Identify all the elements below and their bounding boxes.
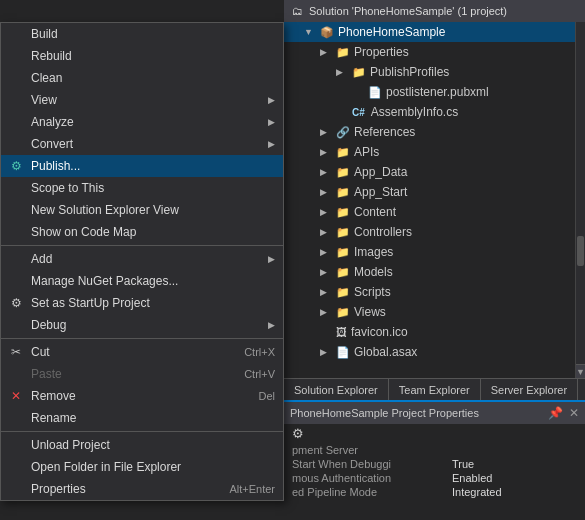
menu-item-set-startup[interactable]: ⚙ Set as StartUp Project (1, 292, 283, 314)
remove-shortcut: Del (258, 390, 275, 402)
expand-arrow: ▼ (304, 27, 316, 37)
expand-arrow: ▶ (320, 267, 332, 277)
scrollbar[interactable]: ▼ (575, 22, 585, 378)
tree-item-postlistener[interactable]: 📄 postlistener.pubxml (284, 82, 585, 102)
tree-item-controllers[interactable]: ▶ 📁 Controllers (284, 222, 585, 242)
menu-item-label: Scope to This (31, 181, 104, 195)
menu-item-analyze[interactable]: Analyze ▶ (1, 111, 283, 133)
menu-item-show-code-map[interactable]: Show on Code Map (1, 221, 283, 243)
menu-item-new-sol-explorer[interactable]: New Solution Explorer View (1, 199, 283, 221)
expand-arrow: ▶ (320, 247, 332, 257)
tree-item-scripts[interactable]: ▶ 📁 Scripts (284, 282, 585, 302)
expand-arrow (352, 87, 364, 97)
menu-item-scope[interactable]: Scope to This (1, 177, 283, 199)
startup-icon: ⚙ (7, 296, 25, 310)
tree-item-references[interactable]: ▶ 🔗 References (284, 122, 585, 142)
context-menu: Build Rebuild Clean View ▶ Analyze ▶ Con… (0, 22, 284, 501)
props-toolbar: ⚙ (284, 424, 585, 443)
props-value: True (452, 458, 474, 470)
folder-icon: 📁 (336, 306, 350, 319)
tree-label: PhoneHomeSample (338, 25, 445, 39)
menu-item-open-folder[interactable]: Open Folder in File Explorer (1, 456, 283, 478)
menu-item-convert[interactable]: Convert ▶ (1, 133, 283, 155)
separator-2 (1, 338, 283, 339)
menu-item-label: Add (31, 252, 52, 266)
menu-item-label: Open Folder in File Explorer (31, 460, 181, 474)
tree-label: Content (354, 205, 396, 219)
tree-item-content[interactable]: ▶ 📁 Content (284, 202, 585, 222)
props-value: Integrated (452, 486, 502, 498)
expand-arrow: ▶ (320, 147, 332, 157)
folder-icon: 📁 (336, 46, 350, 59)
expand-arrow: ▶ (320, 227, 332, 237)
menu-item-label: Analyze (31, 115, 74, 129)
tree-item-views[interactable]: ▶ 📁 Views (284, 302, 585, 322)
cut-shortcut: Ctrl+X (244, 346, 275, 358)
menu-item-debug[interactable]: Debug ▶ (1, 314, 283, 336)
bottom-tab-bar: Solution Explorer Team Explorer Server E… (284, 378, 585, 400)
tree-label: App_Start (354, 185, 407, 199)
expand-arrow: ▶ (320, 307, 332, 317)
menu-item-clean[interactable]: Clean (1, 67, 283, 89)
tree-label: favicon.ico (351, 325, 408, 339)
folder-icon: 📁 (336, 166, 350, 179)
menu-item-paste: Paste Ctrl+V (1, 363, 283, 385)
props-value: Enabled (452, 472, 492, 484)
expand-arrow: ▶ (320, 127, 332, 137)
tab-server-explorer[interactable]: Server Explorer (481, 379, 578, 400)
menu-item-rename[interactable]: Rename (1, 407, 283, 429)
scroll-thumb[interactable] (577, 236, 584, 266)
submenu-arrow: ▶ (268, 139, 275, 149)
props-gear-icon[interactable]: ⚙ (292, 426, 304, 441)
tree-item-models[interactable]: ▶ 📁 Models (284, 262, 585, 282)
menu-item-properties[interactable]: Properties Alt+Enter (1, 478, 283, 500)
menu-item-add[interactable]: Add ▶ (1, 248, 283, 270)
expand-arrow: ▶ (320, 187, 332, 197)
menu-item-label: Publish... (31, 159, 80, 173)
menu-item-label: Clean (31, 71, 62, 85)
props-label: ed Pipeline Mode (292, 486, 452, 498)
tree-item-apis[interactable]: ▶ 📁 APIs (284, 142, 585, 162)
tab-team-explorer[interactable]: Team Explorer (389, 379, 481, 400)
tab-solution-explorer[interactable]: Solution Explorer (284, 379, 389, 400)
menu-item-unload[interactable]: Unload Project (1, 434, 283, 456)
props-title-text: PhoneHomeSample Project Properties (290, 407, 479, 419)
solution-tree: ▼ 📦 PhoneHomeSample ▶ 📁 Properties ▶ 📁 P… (284, 22, 585, 362)
tree-item-assemblyinfo[interactable]: C# AssemblyInfo.cs (284, 102, 585, 122)
menu-item-label: Unload Project (31, 438, 110, 452)
remove-icon: ✕ (7, 389, 25, 403)
menu-item-label: Build (31, 27, 58, 41)
tree-label: postlistener.pubxml (386, 85, 489, 99)
tree-item-app-data[interactable]: ▶ 📁 App_Data (284, 162, 585, 182)
tree-label: Images (354, 245, 393, 259)
menu-item-manage-nuget[interactable]: Manage NuGet Packages... (1, 270, 283, 292)
submenu-arrow: ▶ (268, 117, 275, 127)
close-icon[interactable]: ✕ (569, 406, 579, 420)
separator-3 (1, 431, 283, 432)
tree-item-global[interactable]: ▶ 📄 Global.asax (284, 342, 585, 362)
menu-item-publish[interactable]: ⚙ Publish... (1, 155, 283, 177)
tab-label: Team Explorer (399, 384, 470, 396)
menu-item-label: New Solution Explorer View (31, 203, 179, 217)
expand-arrow: ▶ (320, 47, 332, 57)
tree-label: Properties (354, 45, 409, 59)
menu-item-build[interactable]: Build (1, 23, 283, 45)
folder-icon: 📁 (336, 246, 350, 259)
scroll-down-btn[interactable]: ▼ (576, 364, 585, 378)
xml-icon: 📄 (368, 86, 382, 99)
tab-label: Server Explorer (491, 384, 567, 396)
menu-item-cut[interactable]: ✂ Cut Ctrl+X (1, 341, 283, 363)
menu-item-remove[interactable]: ✕ Remove Del (1, 385, 283, 407)
tree-item-favicon[interactable]: 🖼 favicon.ico (284, 322, 585, 342)
tree-item-phonehomesample[interactable]: ▼ 📦 PhoneHomeSample (284, 22, 585, 42)
submenu-arrow: ▶ (268, 254, 275, 264)
tree-item-app-start[interactable]: ▶ 📁 App_Start (284, 182, 585, 202)
menu-item-rebuild[interactable]: Rebuild (1, 45, 283, 67)
tree-item-images[interactable]: ▶ 📁 Images (284, 242, 585, 262)
tree-item-properties[interactable]: ▶ 📁 Properties (284, 42, 585, 62)
pin-icon[interactable]: 📌 (548, 406, 563, 420)
folder-icon: 📁 (336, 226, 350, 239)
props-label: Start When Debuggi (292, 458, 452, 470)
menu-item-view[interactable]: View ▶ (1, 89, 283, 111)
tree-item-publishprofiles[interactable]: ▶ 📁 PublishProfiles (284, 62, 585, 82)
